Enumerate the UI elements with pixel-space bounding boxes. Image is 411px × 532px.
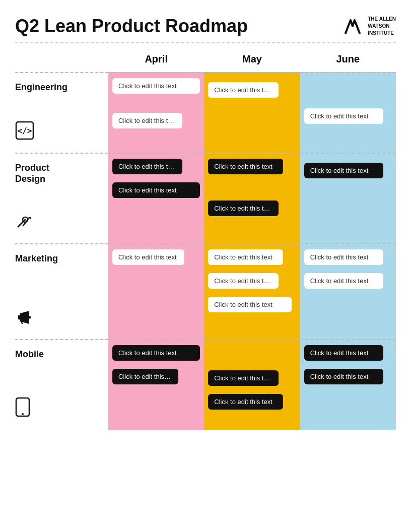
mobile-icon xyxy=(15,397,30,421)
task-card[interactable]: Click to edit this text xyxy=(112,113,182,128)
marketing-june-col: Click to edit this text Click to edit th… xyxy=(300,243,396,339)
mobile-label-cell: Mobile xyxy=(15,339,108,430)
logo: THE ALLEN WATSON INSTITUTE xyxy=(341,15,396,37)
design-may-col: Click to edit this text Click to edit th… xyxy=(204,153,300,243)
svg-line-3 xyxy=(18,220,25,227)
design-icon xyxy=(15,213,33,234)
col-header-june: June xyxy=(300,48,396,72)
svg-point-9 xyxy=(22,413,24,415)
marketing-label: Marketing xyxy=(15,249,58,264)
svg-text:</>: </> xyxy=(18,126,32,136)
task-card[interactable]: Click to edit this text xyxy=(112,78,200,94)
task-card[interactable]: Click to edit this text xyxy=(208,159,283,174)
design-label-cell: ProductDesign xyxy=(15,153,108,243)
task-card[interactable]: Click to edit this text xyxy=(304,345,383,361)
col-header-may: May xyxy=(204,48,300,72)
page-header: Q2 Lean Product Roadmap THE ALLEN WATSON… xyxy=(15,15,396,37)
corner-cell xyxy=(15,48,108,72)
task-card[interactable]: Click to edit this text xyxy=(208,249,283,265)
engineering-april-col: Click to edit this text Click to edit th… xyxy=(108,72,204,153)
task-card[interactable]: Click to edit this text xyxy=(304,369,383,384)
task-card[interactable]: Click to edit this text xyxy=(112,369,178,384)
mobile-may-col: Click to edit this text Click to edit th… xyxy=(204,339,300,430)
design-label: ProductDesign xyxy=(15,159,49,184)
header-divider xyxy=(15,42,396,43)
task-card[interactable]: Click to edit this text xyxy=(208,394,283,410)
task-card[interactable]: Click to edit this text xyxy=(208,82,278,98)
task-card[interactable]: Click to edit this text xyxy=(208,273,278,289)
logo-text: THE ALLEN WATSON INSTITUTE xyxy=(368,16,396,37)
engineering-may-col: Click to edit this text xyxy=(204,72,300,153)
logo-icon xyxy=(341,15,364,37)
mobile-april-col: Click to edit this text Click to edit th… xyxy=(108,339,204,430)
svg-marker-6 xyxy=(29,217,31,220)
task-card[interactable]: Click to edit this text xyxy=(208,201,278,216)
page-title: Q2 Lean Product Roadmap xyxy=(15,16,248,37)
marketing-icon xyxy=(15,308,33,330)
task-card[interactable]: Click to edit this text xyxy=(112,345,200,361)
mobile-label: Mobile xyxy=(15,345,44,360)
task-card[interactable]: Click to edit this text xyxy=(112,182,200,198)
task-card[interactable]: Click to edit this text xyxy=(112,249,184,265)
task-card[interactable]: Click to edit this text xyxy=(304,108,383,124)
engineering-icon: </> xyxy=(15,121,34,144)
task-card[interactable]: Click to edit this text xyxy=(304,273,383,289)
marketing-april-col: Click to edit this text xyxy=(108,243,204,339)
task-card[interactable]: Click to edit this text xyxy=(208,297,292,312)
svg-point-7 xyxy=(29,316,31,319)
engineering-label-cell: Engineering </> xyxy=(15,72,108,153)
col-header-april: April xyxy=(108,48,204,72)
task-card[interactable]: Click to edit this text xyxy=(304,163,383,178)
task-card[interactable]: Click to edit this text xyxy=(112,159,182,174)
marketing-label-cell: Marketing xyxy=(15,243,108,339)
mobile-june-col: Click to edit this text Click to edit th… xyxy=(300,339,396,430)
engineering-june-col: Click to edit this text xyxy=(300,72,396,153)
task-card[interactable]: Click to edit this text xyxy=(208,370,278,386)
design-june-col: Click to edit this text xyxy=(300,153,396,243)
task-card[interactable]: Click to edit this text xyxy=(304,249,383,265)
design-april-col: Click to edit this text Click to edit th… xyxy=(108,153,204,243)
roadmap-grid: April May June Engineering </> Click to … xyxy=(15,48,396,430)
engineering-label: Engineering xyxy=(15,78,67,93)
marketing-may-col: Click to edit this text Click to edit th… xyxy=(204,243,300,339)
